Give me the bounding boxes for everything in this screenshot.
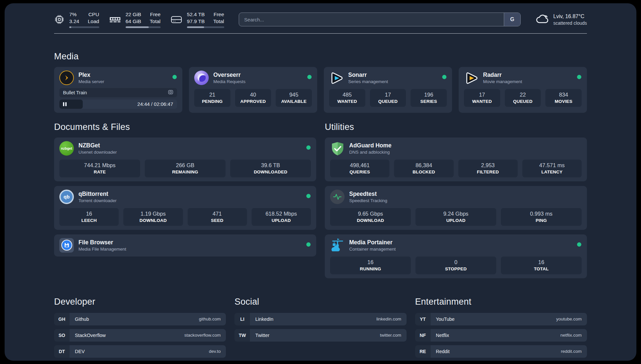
bookmark-twitter[interactable]: TW Twitter twitter.com xyxy=(234,329,406,342)
stat-tile: 744.21 MbpsRATE xyxy=(59,160,140,177)
storage-values: 52.4 TB97.9 TB xyxy=(187,11,205,25)
sonarr-icon xyxy=(329,71,344,85)
bookmark-abbr: NF xyxy=(415,329,431,342)
nzbget-icon: nzbget xyxy=(59,141,74,156)
movie-icon xyxy=(168,89,173,96)
bookmark-youtube[interactable]: YT YouTube youtube.com xyxy=(415,313,587,325)
status-dot xyxy=(577,242,581,247)
app-card-qbittorrent[interactable]: qb qBittorrent Torrent downloader 16LEEC… xyxy=(54,186,316,230)
stat-tile: 39.6 TBDOWNLOADED xyxy=(230,160,311,177)
cpu-labels: CPULoad xyxy=(88,11,99,25)
app-card-radarr[interactable]: Radarr Movie management 17WANTED 22QUEUE… xyxy=(459,67,587,113)
search-engine-button[interactable]: G xyxy=(504,13,520,26)
bookmark-name: StackOverflow xyxy=(75,333,106,338)
cpu-metric: 7%3.24 CPULoad xyxy=(54,11,99,28)
bookmark-abbr: SO xyxy=(54,329,70,342)
stat-tile: 17QUEUED xyxy=(370,89,406,107)
app-card-sonarr[interactable]: Sonarr Series management 485WANTED 17QUE… xyxy=(324,67,452,113)
app-title: Sonarr xyxy=(348,72,388,78)
stat-tile: 47.571 msLATENCY xyxy=(522,160,582,177)
bookmark-name: LinkedIn xyxy=(255,317,273,322)
app-title: NZBGet xyxy=(78,142,117,149)
stat-tile: 17WANTED xyxy=(464,89,500,107)
topbar-divider xyxy=(54,33,587,34)
stat-tile: 2,953FILTERED xyxy=(458,160,518,177)
memory-metric: 22 GiB64 GiB FreeTotal xyxy=(109,11,161,28)
bookmark-url: github.com xyxy=(199,317,221,321)
status-dot xyxy=(577,75,581,79)
weather-location: Lviv, 16.87°C xyxy=(553,13,587,19)
speedtest-icon xyxy=(330,190,345,204)
stat-tile: 498,461QUERIES xyxy=(330,160,389,177)
stat-tile: 21PENDING xyxy=(194,89,230,107)
links-column-developer: Developer GH Github github.com SO StackO… xyxy=(54,297,226,361)
topbar: 7%3.24 CPULoad xyxy=(54,11,587,28)
search-input[interactable] xyxy=(239,13,521,26)
app-title: Plex xyxy=(78,72,104,78)
qbittorrent-icon: qb xyxy=(59,190,74,204)
now-playing-title: Bullet Train xyxy=(63,90,87,95)
portainer-icon xyxy=(330,238,345,253)
stat-tile: 16TOTAL xyxy=(501,257,582,274)
bookmark-url: netflix.com xyxy=(560,333,582,338)
stat-tile: 834MOVIES xyxy=(545,89,582,107)
stat-tile: 0STOPPED xyxy=(415,257,496,274)
app-card-filebrowser[interactable]: File Browser Media File Management xyxy=(54,234,316,257)
search-bar: G xyxy=(239,13,521,26)
stat-tile: 0.993 msPING xyxy=(501,208,582,226)
bookmark-abbr: DT xyxy=(54,345,70,358)
bookmark-github[interactable]: GH Github github.com xyxy=(54,313,226,325)
app-card-speedtest[interactable]: Speedtest Speedtest Tracking 9.65 GbpsDO… xyxy=(325,186,587,230)
bookmark-stackoverflow[interactable]: SO StackOverflow stackoverflow.com xyxy=(54,329,226,342)
app-card-adguard[interactable]: AdGuard Home DNS and adblocking 498,461Q… xyxy=(325,137,587,181)
storage-labels: FreeTotal xyxy=(213,11,224,25)
bookmark-url: reddit.com xyxy=(561,349,582,354)
bookmark-reddit[interactable]: RE Reddit reddit.com xyxy=(415,345,587,358)
dashboard: 7%3.24 CPULoad xyxy=(5,3,636,361)
stat-tile: 16LEECH xyxy=(59,208,119,226)
stat-tile: 618.52 MbpsUPLOAD xyxy=(252,208,311,226)
cpu-chip-icon xyxy=(54,14,65,25)
links-column-entertainment: Entertainment YT YouTube youtube.com NF … xyxy=(415,297,587,361)
stat-tile: 9.24 GbpsUPLOAD xyxy=(415,208,496,226)
status-dot xyxy=(442,75,446,79)
app-subtitle: Torrent downloader xyxy=(78,198,117,203)
bookmark-netflix[interactable]: NF Netflix netflix.com xyxy=(415,329,587,342)
app-title: Speedtest xyxy=(349,191,387,197)
bookmark-linkedin[interactable]: LI LinkedIn linkedin.com xyxy=(234,313,406,325)
app-card-nzbget[interactable]: nzbget NZBGet Usenet downloader 744.21 M… xyxy=(54,137,316,181)
app-subtitle: Series management xyxy=(348,79,388,84)
bookmark-name: Github xyxy=(75,317,89,322)
app-card-portainer[interactable]: Media Portainer Container management 16R… xyxy=(325,234,587,278)
app-subtitle: DNS and adblocking xyxy=(349,150,391,155)
bookmark-name: YouTube xyxy=(436,317,455,322)
cpu-progress-bar xyxy=(69,26,99,28)
pause-button[interactable] xyxy=(63,102,67,106)
status-dot xyxy=(306,145,311,150)
bookmark-abbr: RE xyxy=(415,345,431,358)
cloud-icon xyxy=(535,13,549,26)
stat-tile: 471SEED xyxy=(188,208,247,226)
bookmark-name: Netflix xyxy=(436,333,449,338)
app-title: Media Portainer xyxy=(349,239,396,246)
bookmark-dev[interactable]: DT DEV dev.to xyxy=(54,345,226,358)
stat-tile: 86,384BLOCKED xyxy=(394,160,453,177)
plex-icon xyxy=(59,71,74,85)
app-title: File Browser xyxy=(78,239,126,246)
app-card-plex[interactable]: Plex Media server Bullet Train 24:44 xyxy=(54,67,182,113)
app-title: Overseerr xyxy=(213,72,246,78)
playback-time: 24:44 / 02:06:47 xyxy=(137,101,177,107)
status-dot xyxy=(306,194,311,198)
stat-tile: 945AVAILABLE xyxy=(276,89,312,107)
status-dot xyxy=(306,242,311,247)
app-card-overseerr[interactable]: Overseerr Media Requests 21PENDING 40APP… xyxy=(189,67,317,113)
bookmark-abbr: TW xyxy=(234,329,250,342)
stat-tile: 22QUEUED xyxy=(505,89,541,107)
disk-icon xyxy=(170,15,182,24)
bookmark-url: stackoverflow.com xyxy=(184,333,221,338)
app-title: qBittorrent xyxy=(78,191,117,197)
filebrowser-icon xyxy=(59,238,74,253)
section-title-media: Media xyxy=(54,51,587,62)
section-title-entertainment: Entertainment xyxy=(415,297,587,307)
bookmark-abbr: GH xyxy=(54,313,70,325)
